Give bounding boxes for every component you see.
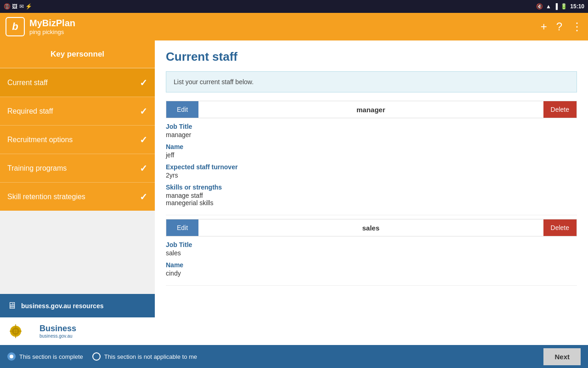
page-title: Current staff [166, 50, 577, 64]
staff-entry-sales: Edit sales Delete Job Title sales Name c… [166, 219, 577, 286]
entry-title-manager: manager [198, 106, 543, 114]
info-text: List your current staff below. [174, 78, 254, 86]
header-icons: + ? ⋮ [541, 20, 582, 33]
check-icon-recruitment: ✓ [140, 134, 147, 145]
sidebar-key-personnel[interactable]: Key personnel [0, 40, 155, 68]
skills-label-manager: Skills or strengths [166, 184, 577, 191]
turnover-value-manager: 2yrs [166, 172, 577, 179]
delete-button-sales[interactable]: Delete [543, 219, 577, 236]
name-value-manager: jeff [166, 151, 577, 159]
sidebar-item-training-programs[interactable]: Training programs ✓ [0, 154, 155, 182]
resources-label: business.gov.au resources [21, 302, 103, 310]
gov-logo-sub: business.gov.au [40, 334, 76, 339]
skills-value-manager: manage staffmanegerial skills [166, 192, 577, 207]
sidebar-resources[interactable]: 🖥 business.gov.au resources [0, 294, 155, 317]
turnover-label-manager: Expected staff turnover [166, 163, 577, 171]
resources-icon: 🖥 [7, 300, 17, 311]
delete-button-manager[interactable]: Delete [543, 101, 577, 118]
info-box: List your current staff below. [166, 71, 577, 92]
more-icon[interactable]: ⋮ [571, 20, 582, 33]
top-header: b MyBizPlan ping pickings + ? ⋮ [0, 13, 588, 40]
add-icon[interactable]: + [541, 20, 547, 33]
entry-details-sales: Job Title sales Name cindy [166, 236, 577, 286]
entry-header-sales: Edit sales Delete [166, 219, 577, 236]
sidebar: Key personnel Current staff ✓ Required s… [0, 40, 155, 345]
radio-na-indicator [92, 352, 101, 361]
entry-title-sales: sales [198, 224, 543, 232]
radio-complete-label: This section is complete [19, 353, 83, 360]
check-icon-training: ✓ [140, 163, 147, 174]
time-display: 15:10 [570, 3, 584, 10]
staff-entry-manager: Edit manager Delete Job Title manager Na… [166, 101, 577, 215]
bottom-bar: This section is complete This section is… [0, 345, 588, 368]
radio-na-label: This section is not applicable to me [104, 353, 197, 360]
gov-logo-text-block: Business business.gov.au [40, 324, 76, 339]
sidebar-item-skill-retention[interactable]: Skill retention strategies ✓ [0, 182, 155, 211]
entry-details-manager: Job Title manager Name jeff Expected sta… [166, 118, 577, 215]
sidebar-item-label: Required staff [7, 107, 53, 115]
app-title-block: MyBizPlan ping pickings [29, 18, 541, 35]
app-subtitle: ping pickings [29, 29, 541, 35]
main-layout: Key personnel Current staff ✓ Required s… [0, 40, 588, 345]
job-title-value-manager: manager [166, 131, 577, 138]
content-area: Current staff List your current staff be… [155, 40, 588, 345]
name-label-manager: Name [166, 143, 577, 150]
gov-logo-image [7, 322, 35, 340]
sidebar-item-label: Current staff [7, 79, 48, 87]
status-bar-left: 📵 🖼 ✉ ⚡ [4, 3, 32, 10]
mute-icon: 🔇 [536, 3, 543, 10]
sidebar-item-label: Recruitment options [7, 136, 73, 144]
sidebar-item-current-staff[interactable]: Current staff ✓ [0, 68, 155, 97]
sidebar-item-label: Training programs [7, 164, 67, 172]
sidebar-item-recruitment-options[interactable]: Recruitment options ✓ [0, 125, 155, 154]
status-icons: 📵 🖼 ✉ ⚡ [4, 3, 32, 10]
sidebar-item-required-staff[interactable]: Required staff ✓ [0, 97, 155, 125]
entry-header-manager: Edit manager Delete [166, 101, 577, 118]
job-title-value-sales: sales [166, 249, 577, 257]
check-icon-required-staff: ✓ [140, 106, 147, 117]
name-label-sales: Name [166, 261, 577, 269]
status-bar: 📵 🖼 ✉ ⚡ 🔇 ▲ ▐ 🔋 15:10 [0, 0, 588, 13]
logo-letter: b [12, 21, 18, 33]
radio-complete-indicator [7, 352, 16, 361]
app-logo: b [6, 17, 25, 36]
check-icon-current-staff: ✓ [140, 77, 147, 88]
wifi-icon: ▲ [546, 3, 551, 10]
edit-button-manager[interactable]: Edit [166, 101, 198, 118]
next-button[interactable]: Next [543, 348, 581, 365]
battery-icon: 🔋 [560, 3, 567, 10]
radio-option-complete[interactable]: This section is complete [7, 352, 83, 361]
status-bar-right: 🔇 ▲ ▐ 🔋 15:10 [536, 3, 584, 10]
radio-option-na[interactable]: This section is not applicable to me [92, 352, 197, 361]
signal-icon: ▐ [554, 3, 558, 10]
check-icon-retention: ✓ [140, 191, 147, 202]
sidebar-gov-logo: Business business.gov.au [0, 317, 155, 345]
name-value-sales: cindy [166, 270, 577, 277]
edit-button-sales[interactable]: Edit [166, 219, 198, 236]
app-name: MyBizPlan [29, 18, 541, 29]
gov-logo-text: Business [40, 324, 76, 334]
help-icon[interactable]: ? [556, 20, 562, 33]
job-title-label-manager: Job Title [166, 123, 577, 130]
sidebar-item-label: Skill retention strategies [7, 193, 85, 201]
job-title-label-sales: Job Title [166, 241, 577, 248]
